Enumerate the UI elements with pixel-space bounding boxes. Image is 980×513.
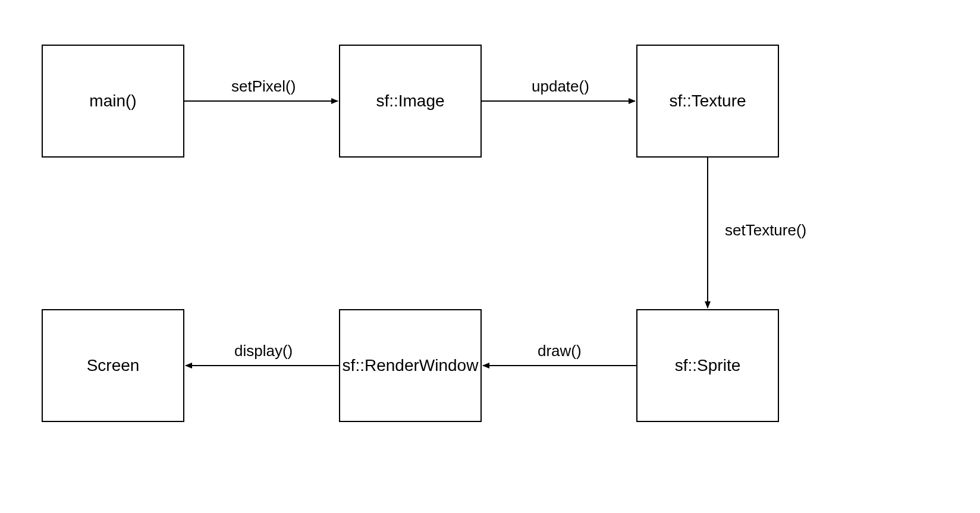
edge-display-label: display() bbox=[232, 342, 295, 360]
node-texture: sf::Texture bbox=[636, 45, 779, 158]
edge-setpixel-label: setPixel() bbox=[229, 77, 298, 96]
node-image: sf::Image bbox=[339, 45, 482, 158]
edge-settexture-label: setTexture() bbox=[723, 221, 809, 240]
node-screen-label: Screen bbox=[87, 356, 140, 375]
node-renderwindow-label: sf::RenderWindow bbox=[343, 356, 479, 375]
node-main: main() bbox=[42, 45, 184, 158]
edge-draw-label: draw() bbox=[535, 342, 584, 360]
node-main-label: main() bbox=[89, 92, 136, 111]
node-sprite-label: sf::Sprite bbox=[675, 356, 740, 375]
node-screen: Screen bbox=[42, 309, 184, 422]
node-texture-label: sf::Texture bbox=[669, 92, 746, 111]
node-sprite: sf::Sprite bbox=[636, 309, 779, 422]
node-renderwindow: sf::RenderWindow bbox=[339, 309, 482, 422]
edge-update-label: update() bbox=[529, 77, 592, 96]
node-image-label: sf::Image bbox=[376, 92, 444, 111]
